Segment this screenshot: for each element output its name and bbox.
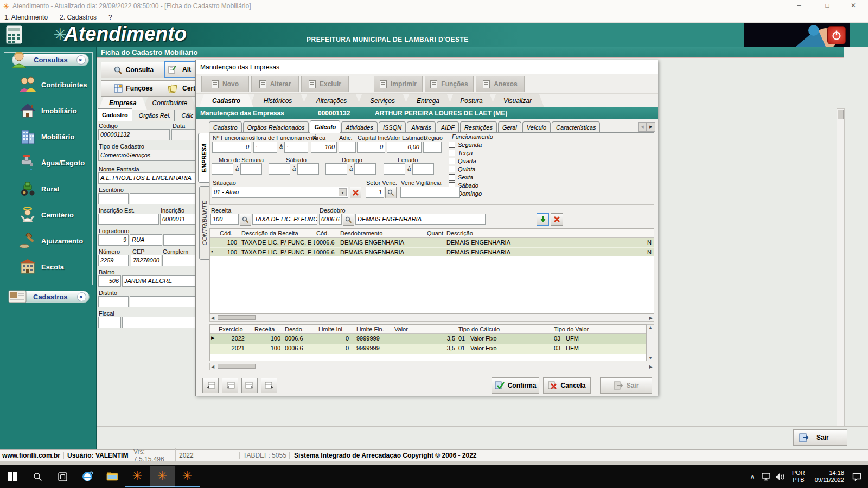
add-receita-button[interactable] [537, 213, 549, 226]
sidebar-item-rural[interactable]: Rural [4, 176, 92, 202]
record-next-button[interactable] [241, 378, 258, 393]
tray-volume-icon[interactable] [774, 466, 788, 487]
t2-h-receita[interactable]: Receita [254, 326, 275, 332]
t2-h-desdo[interactable]: Desdo. [285, 326, 304, 332]
sidebar-item-ajuizamento[interactable]: Ajuizamento [4, 228, 92, 254]
inner-tab-aidf[interactable]: AIDF [437, 121, 459, 133]
inner-tab-cadastro[interactable]: Cadastro [209, 121, 242, 133]
t1-h-quant[interactable]: Quant. [427, 230, 445, 236]
record-prev-button[interactable] [222, 378, 238, 393]
dialog-sair-button[interactable]: Sair [600, 377, 652, 394]
day-quinta[interactable]: Quinta [449, 165, 482, 173]
regiao-field[interactable] [423, 142, 442, 153]
scroll-up-icon[interactable]: ▲ [649, 325, 653, 329]
capital-field[interactable]: 0 [357, 142, 385, 153]
day-segunda[interactable]: Segunda [449, 140, 482, 149]
tray-clock[interactable]: 14:1809/11/2022 [815, 470, 844, 484]
main-vscrollbar[interactable] [837, 108, 845, 428]
consulta-button[interactable]: Consulta [101, 62, 166, 78]
inner-tab-caracteristicas[interactable]: Características [552, 121, 600, 133]
dialog-tab-servicos[interactable]: Serviços [357, 94, 408, 107]
sidebar-item-cemiterio[interactable]: Cemitério [4, 202, 92, 228]
status-website[interactable]: www.fiorilli.com.br [0, 452, 64, 459]
nome-fantasia-field[interactable]: A.L. PROJETOS E ENGENHARIA [98, 172, 195, 184]
day-quarta[interactable]: Quarta [449, 157, 482, 165]
bairro-cod-field[interactable]: 506 [98, 275, 121, 287]
t1-h-descricao[interactable]: Descrição [446, 230, 473, 236]
confirma-button[interactable]: Confirma [492, 377, 539, 394]
scroll-left-icon[interactable]: ◀ [211, 316, 214, 320]
quinta-checkbox[interactable] [449, 166, 455, 172]
tab-contribuinte[interactable]: Contribuinte [143, 97, 196, 110]
meio-semana-a-field[interactable] [240, 163, 262, 175]
setor-venc-field[interactable]: 1 [366, 187, 384, 198]
anexos-button[interactable]: Anexos [476, 76, 525, 92]
dialog-tab-alteracoes[interactable]: Alterações [302, 94, 361, 107]
bairro-field[interactable]: JARDIM ALEGRE [122, 275, 195, 287]
close-button[interactable]: ✕ [841, 0, 866, 12]
inner-tab-calculo[interactable]: Cálculo [310, 120, 340, 133]
t2-h-valor[interactable]: Valor [394, 326, 408, 332]
inner-tab-restricoes[interactable]: Restrições [460, 121, 497, 133]
numero-field[interactable]: 2259 [98, 255, 129, 266]
tab-empresa[interactable]: Empresa [99, 97, 147, 110]
meio-semana-de-field[interactable] [212, 163, 233, 175]
valor-estimado-field[interactable]: 0,00 [387, 142, 422, 153]
taskbar-ie-button[interactable] [75, 466, 100, 487]
dialog-tab-postura[interactable]: Postura [448, 94, 495, 107]
taskbar-app1-button[interactable]: ✳ [125, 466, 150, 487]
sidebar-item-escola[interactable]: Escola [4, 254, 92, 280]
main-vscroll-thumb[interactable] [838, 110, 844, 119]
desdobro-desc-field[interactable]: DEMAIS ENGENHARIA [355, 214, 486, 225]
tab-scroll-right-button[interactable]: ▶ [647, 122, 655, 132]
imprimir-button[interactable]: Imprimir [374, 76, 423, 92]
venc-vigilancia-field[interactable] [400, 187, 460, 198]
day-sexta[interactable]: Sexta [449, 173, 482, 181]
t2-h-limite-ini[interactable]: Limite Ini. [318, 326, 344, 332]
desdobro-code-field[interactable]: 0006.6 [319, 214, 342, 225]
sabado-de-field[interactable] [269, 163, 290, 175]
tray-chevron-button[interactable]: ∧ [745, 466, 760, 487]
receitas-hscrollbar[interactable]: ◀ ▶ [209, 314, 654, 322]
terca-checkbox[interactable] [449, 150, 455, 156]
excluir-button[interactable]: Excluir [301, 76, 349, 92]
subtab-calc[interactable]: Cálc [177, 110, 197, 121]
hora-de-field[interactable]: : [253, 142, 277, 153]
dialog-tab-historicos[interactable]: Históricos [250, 94, 306, 107]
subtab-orgaos[interactable]: Orgãos Rel. [135, 110, 175, 121]
scroll-right-icon[interactable]: ▶ [649, 364, 653, 369]
power-button-icon[interactable] [827, 26, 846, 44]
alterar-button-partial[interactable]: Alt [164, 61, 196, 78]
t1-h-cod2[interactable]: Cód. [316, 230, 329, 236]
subtab-cadastro[interactable]: Cadastro [98, 108, 132, 121]
remove-receita-button[interactable] [551, 213, 563, 226]
inner-tab-orgaos-relacionados[interactable]: Orgãos Relacionados [243, 121, 309, 133]
situacao-combo[interactable]: 01 - Ativo ▼ [212, 187, 348, 198]
fiscal-field[interactable] [122, 317, 195, 328]
inner-tab-alvaras[interactable]: Alvarás [407, 121, 436, 133]
certidoes-button-partial[interactable]: Cert [164, 80, 196, 97]
inner-tab-geral[interactable]: Geral [498, 121, 521, 133]
dialog-funcoes-button[interactable]: Funções [425, 76, 474, 92]
exercicio-row-1-selected[interactable]: ▶ 2022 100 0006.6 0 9999999 3,5 01 - Val… [210, 334, 646, 344]
novo-button[interactable]: Novo [201, 76, 249, 92]
escritorio-cod-field[interactable] [98, 193, 129, 204]
logradouro-field[interactable] [163, 234, 195, 246]
day-terca[interactable]: Terça [449, 149, 482, 157]
area-field[interactable]: 100 [311, 142, 337, 153]
inscricao-field[interactable]: 0000011 [160, 214, 195, 225]
domigo-de-field[interactable] [326, 163, 347, 175]
maximize-button[interactable]: □ [815, 0, 840, 12]
data-field[interactable] [171, 129, 195, 140]
logradouro-tipo-field[interactable]: RUA [130, 234, 162, 246]
dialog-tab-entrega[interactable]: Entrega [404, 94, 452, 107]
t1-h-cod[interactable]: Cód. [220, 230, 232, 236]
exercicios-hscrollbar[interactable]: ◀ ▶ [209, 363, 654, 370]
inner-tab-veiculo[interactable]: Veículo [522, 121, 551, 133]
situacao-clear-button[interactable] [350, 187, 361, 198]
t2-h-limite-fin[interactable]: Limite Fin. [356, 326, 384, 332]
sidebar-item-contribuintes[interactable]: Contribuintes [4, 72, 92, 98]
fiscal-cod-field[interactable] [98, 317, 121, 328]
distrito-field[interactable] [130, 296, 195, 307]
scroll-right-icon[interactable]: ▶ [649, 316, 653, 320]
